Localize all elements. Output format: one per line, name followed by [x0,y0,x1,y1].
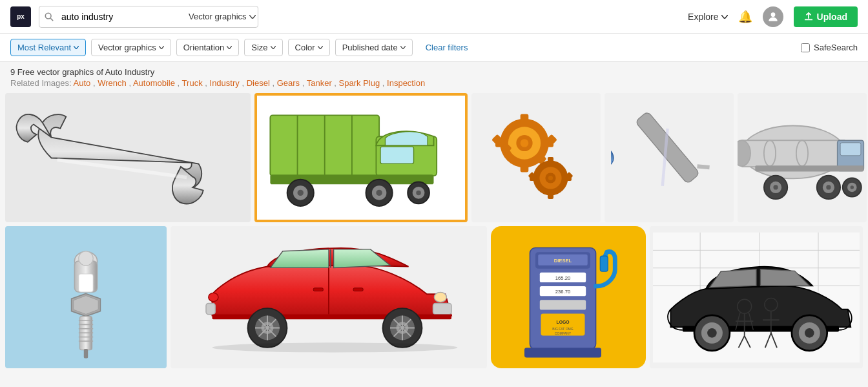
search-type-dropdown[interactable]: Vector graphics [182,12,258,21]
logo[interactable]: px [10,6,31,27]
related-link-auto[interactable]: Auto [74,78,91,88]
filter-bar: Most Relevant Vector graphics Orientatio… [0,34,868,62]
filter-vector-graphics[interactable]: Vector graphics [91,39,171,56]
filter-color[interactable]: Color [288,39,330,56]
related-link-automobile[interactable]: Automobile [133,78,175,88]
image-card-screwdriver[interactable] [604,93,734,222]
related-link-truck[interactable]: Truck [182,78,203,88]
related-link-diesel[interactable]: Diesel [247,78,270,88]
results-count: 9 Free vector graphics of Auto Industry [10,67,858,77]
related-images: Related Images: Auto , Wrench , Automobi… [10,78,858,88]
upload-button[interactable]: Upload [794,6,858,27]
related-link-inspection[interactable]: Inspection [387,78,425,88]
related-link-gears[interactable]: Gears [277,78,300,88]
related-link-sparkplug[interactable]: Spark Plug [339,78,380,88]
search-icon [39,12,59,21]
results-info: 9 Free vector graphics of Auto Industry … [0,62,868,88]
logo-text: px [17,13,25,20]
related-label: Related Images: [10,78,72,88]
avatar[interactable] [763,6,783,27]
search-bar: Vector graphics [39,6,258,28]
safe-search-label: SafeSearch [814,43,858,52]
image-row-1 [5,93,863,222]
svg-point-0 [45,13,51,19]
clear-filters-link[interactable]: Clear filters [420,39,473,56]
image-card-truck[interactable] [254,93,468,222]
image-row-2: LOGO BIG FAT OMG COMPANY DIESEL 165.20 2… [5,226,863,368]
image-card-car[interactable] [170,226,487,368]
search-input[interactable] [59,6,177,27]
svg-line-1 [50,18,53,21]
related-link-wrench[interactable]: Wrench [98,78,127,88]
image-card-fuel[interactable]: LOGO BIG FAT OMG COMPANY DIESEL 165.20 2… [491,226,646,368]
image-card-gears[interactable] [471,93,601,222]
filter-most-relevant[interactable]: Most Relevant [10,39,86,56]
filter-size[interactable]: Size [244,39,282,56]
notifications-icon[interactable]: 🔔 [738,10,752,24]
image-card-sparkplug[interactable] [5,226,167,368]
image-card-wrench[interactable] [5,93,251,222]
filter-published-date[interactable]: Published date [335,39,413,56]
image-card-tanker[interactable] [738,93,867,222]
header: px Vector graphics Explore 🔔 Upload [0,0,868,34]
filter-orientation[interactable]: Orientation [176,39,240,56]
safe-search-checkbox[interactable] [801,43,810,52]
safe-search: SafeSearch [801,43,858,52]
related-link-tanker[interactable]: Tanker [307,78,332,88]
image-grid: LOGO BIG FAT OMG COMPANY DIESEL 165.20 2… [0,88,868,382]
svg-rect-3 [804,19,812,20]
search-type-label: Vector graphics [189,12,247,21]
header-right: Explore 🔔 Upload [688,6,858,27]
related-link-industry[interactable]: Industry [210,78,240,88]
image-card-vintage[interactable] [650,226,863,368]
explore-button[interactable]: Explore [688,12,727,22]
svg-point-2 [770,12,775,17]
